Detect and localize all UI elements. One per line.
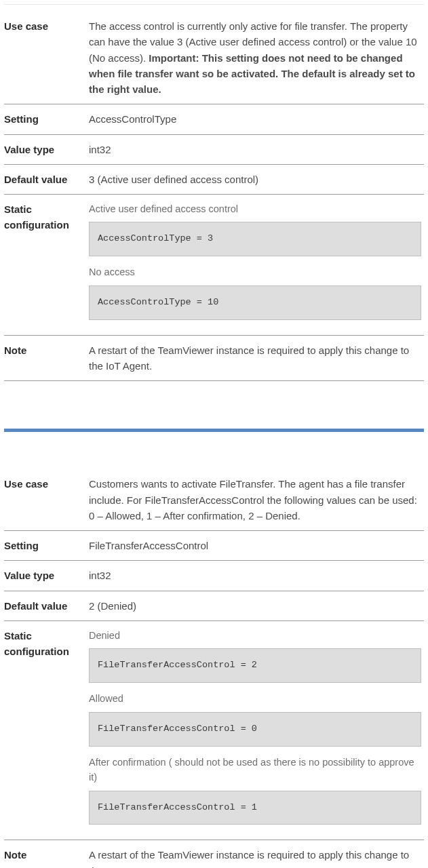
row-label: Static configuration [4, 195, 89, 336]
table-row: Setting AccessControlType [4, 104, 424, 134]
table-row: Use case Customers wants to activate Fil… [4, 469, 424, 530]
section-divider [4, 429, 424, 432]
table-row: Static configuration DeniedFileTransferA… [4, 620, 424, 840]
row-label: Default value [4, 591, 89, 620]
config-code-block: AccessControlType = 3 [89, 222, 421, 256]
value-type-value: int32 [89, 561, 424, 591]
settings-table-2: Use case Customers wants to activate Fil… [4, 469, 424, 868]
config-code-block: FileTransferAccessControl = 1 [89, 791, 421, 825]
row-label: Setting [4, 531, 89, 561]
config-code-block: FileTransferAccessControl = 0 [89, 712, 421, 747]
table-row: Note A restart of the TeamViewer instanc… [4, 840, 424, 868]
note-value: A restart of the TeamViewer instance is … [89, 335, 424, 381]
table-row: Note A restart of the TeamViewer instanc… [4, 335, 424, 381]
top-divider [4, 4, 424, 5]
row-label: Note [4, 840, 89, 868]
config-label: Denied [89, 628, 421, 643]
table-row: Default value 3 (Active user defined acc… [4, 164, 424, 194]
value-type-value: int32 [89, 134, 424, 164]
row-label: Value type [4, 134, 89, 164]
default-value: 3 (Active user defined access control) [89, 164, 424, 194]
row-label: Note [4, 335, 89, 381]
config-label: Allowed [89, 691, 421, 706]
note-value: A restart of the TeamViewer instance is … [89, 840, 424, 868]
row-label: Use case [4, 469, 89, 530]
use-case-text: The access control is currently only act… [89, 12, 424, 104]
table-row: Static configuration Active user defined… [4, 195, 424, 336]
table-row: Value type int32 [4, 561, 424, 591]
config-code-block: AccessControlType = 10 [89, 285, 421, 320]
table-row: Default value 2 (Denied) [4, 591, 424, 620]
config-label: No access [89, 264, 421, 279]
row-label: Default value [4, 164, 89, 194]
table-row: Setting FileTransferAccessControl [4, 531, 424, 561]
table-row: Use case The access control is currently… [4, 12, 424, 104]
row-label: Value type [4, 561, 89, 591]
use-case-text: Customers wants to activate FileTransfer… [89, 469, 424, 530]
setting-value: AccessControlType [89, 104, 424, 134]
default-value: 2 (Denied) [89, 591, 424, 620]
config-label: After confirmation ( should not be used … [89, 755, 421, 785]
row-label: Use case [4, 12, 89, 104]
static-config-cell-2: DeniedFileTransferAccessControl = 2Allow… [89, 620, 424, 840]
config-code-block: FileTransferAccessControl = 2 [89, 648, 421, 683]
static-config-cell-1: Active user defined access controlAccess… [89, 195, 424, 336]
table-row: Value type int32 [4, 134, 424, 164]
row-label: Setting [4, 104, 89, 134]
row-label: Static configuration [4, 620, 89, 840]
setting-value: FileTransferAccessControl [89, 531, 424, 561]
config-label: Active user defined access control [89, 201, 421, 216]
settings-table-1: Use case The access control is currently… [4, 12, 424, 381]
